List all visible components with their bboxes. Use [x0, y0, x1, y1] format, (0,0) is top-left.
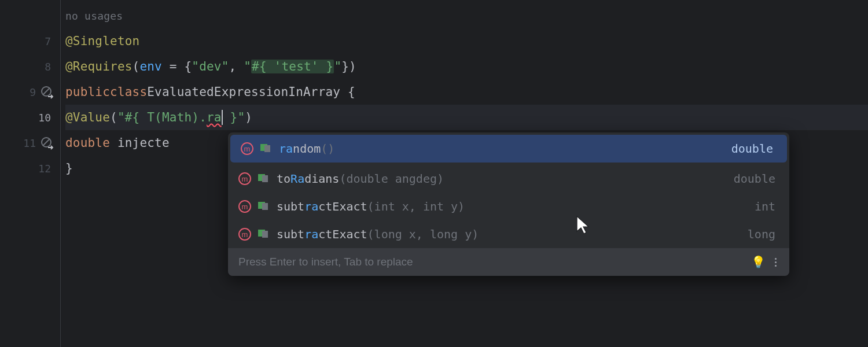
completion-hint: Press Enter to insert, Tab to replace — [238, 256, 744, 268]
completion-label: random() — [279, 142, 724, 156]
gutter-row: 11 — [0, 130, 60, 156]
completion-label: toRadians(double angdeg) — [277, 172, 727, 186]
svg-line-1 — [43, 88, 50, 95]
completion-item[interactable]: msubtractExact(long x, long y)long — [228, 220, 789, 248]
method-icon: m — [238, 200, 251, 213]
completion-item[interactable]: mrandom()double — [230, 135, 787, 163]
gutter-row: 8 — [0, 54, 60, 79]
gutter-row: 7 — [0, 28, 60, 54]
return-type: double — [734, 172, 775, 186]
return-type: double — [731, 142, 773, 156]
gutter-row: 10 — [0, 105, 60, 130]
code-line: @Singleton — [65, 28, 868, 54]
code-line: public class EvaluatedExpressionInArray … — [65, 79, 868, 105]
line-number: 12 — [38, 163, 51, 175]
line-number: 11 — [23, 137, 36, 149]
completion-item[interactable]: msubtractExact(int x, int y)int — [228, 193, 789, 220]
usages-hint[interactable]: no usages — [65, 10, 123, 22]
code-line: @Requires(env = {"dev", "#{ 'test' }"}) — [65, 54, 868, 79]
completion-popup[interactable]: mrandom()doublemtoRadians(double angdeg)… — [228, 132, 789, 276]
gutter: 7 8 9 10 11 12 — [0, 0, 61, 347]
bulb-icon[interactable]: 💡 — [751, 255, 766, 269]
completion-label: subtractExact(int x, int y) — [277, 200, 748, 213]
line-number: 10 — [38, 112, 51, 124]
return-type: int — [755, 200, 775, 213]
method-icon: m — [238, 172, 251, 185]
return-type: long — [748, 227, 775, 241]
inspection-icon[interactable] — [39, 135, 54, 150]
inspection-icon[interactable] — [39, 84, 54, 99]
gutter-row: 9 — [0, 79, 60, 105]
gutter-row — [0, 3, 60, 28]
more-icon[interactable] — [773, 258, 779, 267]
visibility-icon — [258, 174, 270, 183]
method-icon: m — [238, 228, 251, 241]
line-number: 8 — [45, 61, 51, 73]
code-line: @Value("#{ T(Math).ra }") — [65, 105, 868, 130]
line-number: 9 — [30, 86, 36, 98]
completion-label: subtractExact(long x, long y) — [277, 227, 741, 241]
completion-item[interactable]: mtoRadians(double angdeg)double — [228, 165, 789, 193]
visibility-icon — [258, 230, 270, 239]
svg-line-3 — [43, 139, 50, 146]
visibility-icon — [258, 202, 270, 211]
line-number: 7 — [45, 35, 51, 47]
code-line: no usages — [65, 3, 868, 28]
method-icon: m — [241, 142, 253, 155]
gutter-row: 12 — [0, 156, 60, 181]
completion-footer: Press Enter to insert, Tab to replace 💡 — [228, 248, 789, 276]
visibility-icon — [260, 144, 272, 153]
